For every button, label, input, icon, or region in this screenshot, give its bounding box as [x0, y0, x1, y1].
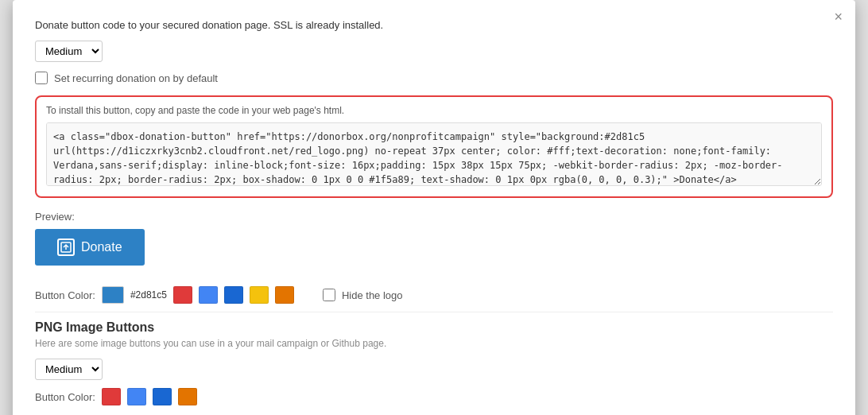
png-size-select[interactable]: Small Medium Large [35, 359, 103, 380]
header-text: Donate button code to your secured donat… [35, 19, 833, 31]
code-textarea[interactable]: <a class="dbox-donation-button" href="ht… [46, 122, 822, 186]
png-preset-color-darkblue[interactable] [153, 388, 172, 405]
install-text: To install this button, copy and paste t… [46, 105, 822, 116]
hide-logo-checkbox[interactable] [323, 289, 335, 301]
close-button[interactable]: × [834, 10, 843, 24]
png-color-label: Button Color: [35, 391, 95, 403]
png-preset-color-blue[interactable] [127, 388, 146, 405]
png-subtitle: Here are some image buttons you can use … [35, 338, 833, 349]
preset-color-red[interactable] [173, 286, 192, 304]
preset-color-blue[interactable] [199, 286, 218, 304]
hide-logo-label: Hide the logo [342, 289, 403, 301]
size-select-row: Small Medium Large [35, 41, 833, 62]
current-color-swatch[interactable] [102, 286, 124, 304]
png-color-row: Button Color: [35, 388, 833, 405]
button-color-label: Button Color: [35, 289, 95, 301]
hide-logo-row: Hide the logo [323, 289, 403, 301]
recurring-row: Set recurring donation on by default [35, 72, 833, 84]
preset-color-darkblue[interactable] [224, 286, 243, 304]
size-select[interactable]: Small Medium Large [35, 41, 103, 62]
preset-color-yellow[interactable] [250, 286, 269, 304]
recurring-checkbox[interactable] [35, 72, 48, 84]
png-title: PNG Image Buttons [35, 320, 833, 335]
modal-container: × Donate button code to your secured don… [13, 0, 855, 415]
donate-btn-label: Donate [81, 240, 122, 254]
donate-icon [57, 239, 75, 256]
preview-label: Preview: [35, 211, 833, 223]
color-row: Button Color: #2d81c5 Hide the logo [35, 286, 833, 304]
donate-btn-container: Donate [35, 229, 833, 277]
png-size-row: Small Medium Large [35, 359, 833, 380]
color-hex-value: #2d81c5 [130, 289, 167, 301]
recurring-label: Set recurring donation on by default [54, 72, 218, 84]
png-preset-color-red[interactable] [102, 388, 121, 405]
preset-color-orange[interactable] [275, 286, 294, 304]
donate-preview-button[interactable]: Donate [35, 229, 145, 266]
code-section: To install this button, copy and paste t… [35, 95, 833, 198]
png-preset-color-orange[interactable] [178, 388, 197, 405]
divider [35, 312, 833, 312]
